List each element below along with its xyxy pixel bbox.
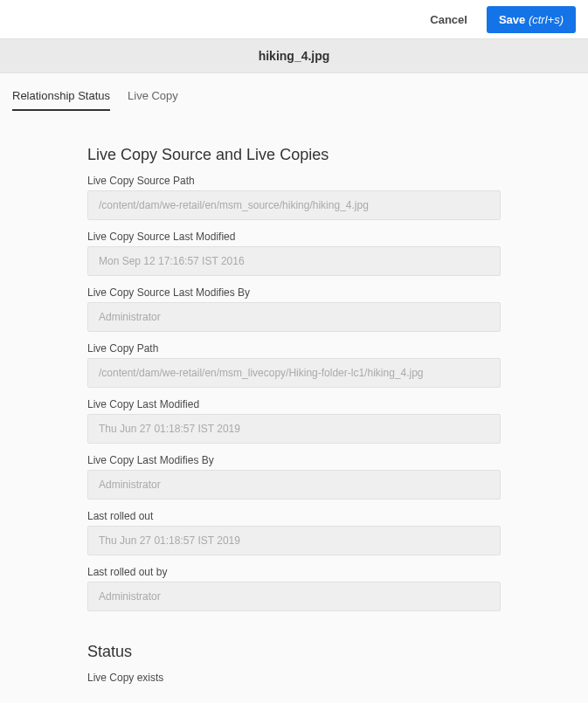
tab-relationship-status[interactable]: Relationship Status [12, 89, 110, 111]
input-source-path [87, 190, 501, 220]
label-live-copy-path: Live Copy Path [87, 342, 501, 355]
save-label: Save [499, 13, 525, 26]
input-live-copy-last-modified [87, 414, 501, 444]
cancel-button[interactable]: Cancel [421, 8, 476, 31]
scroll-container[interactable]: Relationship Status Live Copy Live Copy … [0, 73, 588, 703]
save-button[interactable]: Save (ctrl+s) [487, 6, 576, 33]
input-last-rolled-out [87, 526, 501, 555]
status-live-copy-exists: Live Copy exists [87, 672, 501, 684]
titlebar: hiking_4.jpg [0, 38, 588, 73]
section-title-status: Status [87, 643, 501, 661]
topbar: Cancel Save (ctrl+s) [0, 0, 588, 38]
label-last-rolled-out: Last rolled out [87, 510, 501, 522]
label-last-rolled-out-by: Last rolled out by [87, 566, 501, 578]
label-live-copy-last-modified: Live Copy Last Modified [87, 398, 501, 410]
input-source-last-modified-by [87, 302, 501, 332]
label-source-last-modified: Live Copy Source Last Modified [87, 231, 501, 243]
tabs: Relationship Status Live Copy [0, 73, 588, 111]
save-shortcut: (ctrl+s) [529, 13, 564, 26]
input-last-rolled-out-by [87, 582, 501, 611]
content: Live Copy Source and Live Copies Live Co… [0, 111, 588, 701]
section-title-live-copy: Live Copy Source and Live Copies [87, 146, 501, 164]
tab-live-copy[interactable]: Live Copy [128, 89, 178, 111]
input-live-copy-last-modified-by [87, 470, 501, 500]
label-live-copy-last-modified-by: Live Copy Last Modifies By [87, 454, 501, 466]
label-source-path: Live Copy Source Path [87, 175, 501, 187]
input-source-last-modified [87, 246, 501, 276]
label-source-last-modified-by: Live Copy Source Last Modifies By [87, 286, 501, 299]
input-live-copy-path [87, 358, 501, 388]
page-title: hiking_4.jpg [259, 49, 330, 63]
